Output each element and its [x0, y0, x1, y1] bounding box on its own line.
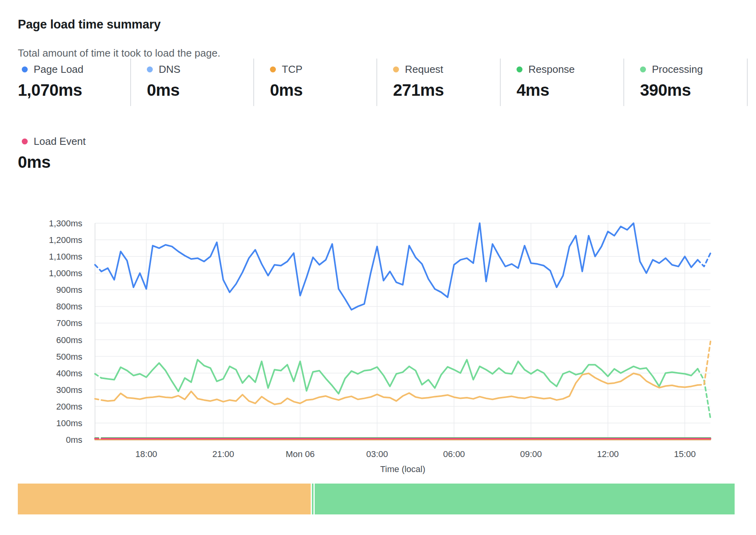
series-processing-dashed — [698, 369, 710, 419]
legend-value: 0ms — [18, 153, 131, 172]
series-request-dashed — [95, 399, 101, 400]
legend-label: Response — [528, 63, 575, 75]
legend-row-1: Page Load 1,070ms DNS 0ms TCP 0ms Reques… — [18, 59, 748, 106]
series-request — [101, 374, 697, 404]
series-processing — [101, 360, 697, 394]
processing-dot-icon — [640, 66, 646, 72]
legend-dot-row: Page Load — [18, 63, 130, 75]
series-page-load-dashed — [698, 253, 710, 267]
timeline-distribution-bar — [18, 484, 735, 514]
legend-dot-row: Load Event — [18, 135, 131, 147]
legend-value: 0ms — [270, 81, 376, 100]
y-tick-label: 700ms — [56, 318, 82, 328]
x-axis-title: Time (local) — [380, 464, 425, 474]
legend-item-response: Response 4ms — [501, 59, 624, 106]
load-event-dot-icon — [22, 138, 28, 144]
legend-label: TCP — [282, 63, 302, 75]
bar-segment-orange-span — [18, 484, 311, 514]
x-tick-label: 03:00 — [366, 449, 388, 459]
legend-label: Load Event — [34, 135, 86, 147]
page-load-summary-panel: Page load time summary Total amount of t… — [0, 0, 756, 535]
x-tick-label: Mon 06 — [286, 449, 315, 459]
x-tick-label: 15:00 — [674, 449, 696, 459]
y-tick-label: 500ms — [56, 352, 82, 362]
legend-dot-row: Request — [393, 63, 500, 75]
x-tick-label: 12:00 — [597, 449, 619, 459]
legend-item-tcp: TCP 0ms — [254, 59, 377, 106]
series-request-dashed — [698, 341, 710, 385]
response-dot-icon — [517, 66, 522, 72]
legend-item-page-load: Page Load 1,070ms — [18, 59, 131, 106]
tcp-dot-icon — [270, 66, 276, 72]
legend-dot-row: DNS — [147, 63, 253, 75]
y-tick-label: 900ms — [56, 285, 82, 295]
legend-item-processing: Processing 390ms — [624, 59, 748, 106]
dns-dot-icon — [147, 66, 153, 72]
legend-value: 271ms — [393, 81, 500, 100]
page-load-dot-icon — [22, 66, 28, 72]
y-tick-label: 1,200ms — [49, 235, 82, 245]
x-tick-label: 18:00 — [135, 449, 157, 459]
y-tick-label: 400ms — [56, 368, 82, 378]
legend-item-request: Request 271ms — [377, 59, 501, 106]
legend-label: Request — [405, 63, 443, 75]
y-tick-label: 1,100ms — [49, 252, 82, 262]
bar-segment-green-span — [315, 484, 735, 514]
request-dot-icon — [393, 66, 399, 72]
y-tick-label: 1,300ms — [49, 218, 82, 228]
y-tick-label: 100ms — [56, 418, 82, 428]
legend-value: 4ms — [517, 81, 623, 100]
legend-value: 1,070ms — [18, 81, 130, 100]
legend-value: 0ms — [147, 81, 253, 100]
y-tick-label: 200ms — [56, 402, 82, 412]
legend-label: Page Load — [34, 63, 84, 75]
series-page-load — [101, 223, 697, 310]
legend-dot-row: Response — [517, 63, 623, 75]
page-subtitle: Total amount of time it took to load the… — [18, 47, 220, 59]
page-title: Page load time summary — [18, 17, 161, 32]
y-tick-label: 800ms — [56, 302, 82, 311]
legend-label: Processing — [652, 63, 703, 75]
legend-item-load-event: Load Event 0ms — [18, 131, 131, 178]
legend-item-dns: DNS 0ms — [131, 59, 254, 106]
legend-dot-row: TCP — [270, 63, 376, 75]
legend-dot-row: Processing — [640, 63, 747, 75]
legend-label: DNS — [159, 63, 180, 75]
series-processing-dashed — [95, 374, 101, 378]
series-page-load-dashed — [95, 265, 101, 271]
x-tick-label: 06:00 — [443, 449, 465, 459]
x-tick-label: 09:00 — [520, 449, 542, 459]
y-tick-label: 300ms — [56, 385, 82, 395]
legend-value: 390ms — [640, 81, 747, 100]
bar-segment-green-sliver — [312, 484, 313, 514]
legend-row-2: Load Event 0ms — [18, 131, 131, 178]
y-tick-label: 600ms — [56, 335, 82, 345]
y-tick-label: 1,000ms — [49, 268, 82, 278]
x-tick-label: 21:00 — [212, 449, 234, 459]
y-tick-label: 0ms — [66, 435, 82, 445]
